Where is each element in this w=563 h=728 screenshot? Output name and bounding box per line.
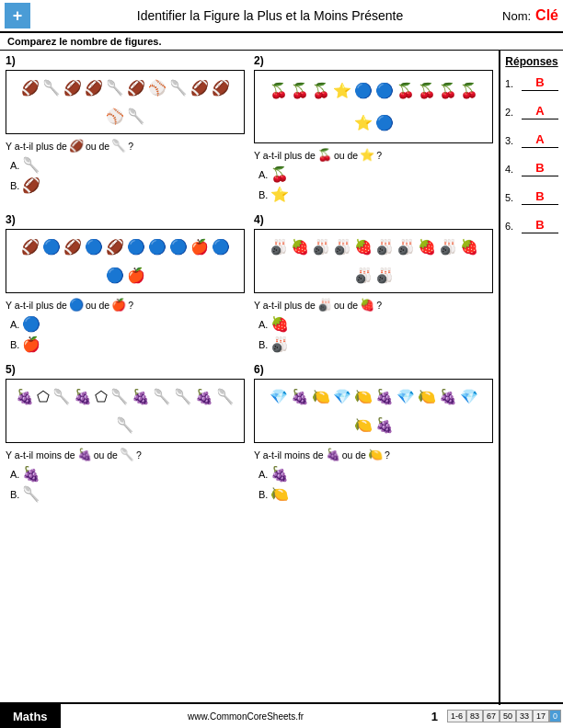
q6-choice-a: A. 🍇 — [259, 465, 493, 483]
question-5: 5) 🍇 ⬠ 🥄 🍇 ⬠ 🥄 🍇 🥄 🥄 🍇 🥄 🥄 — [6, 363, 245, 506]
q6-question-text: Y a-t-il moins de 🍇 ou de 🍋 ? — [254, 448, 493, 461]
q4-icon: 🍓 — [460, 238, 478, 256]
q2-icon: 🍒 — [418, 82, 436, 99]
answers-title: Réponses — [505, 55, 557, 68]
q6-number: 6) — [254, 363, 493, 376]
q5-icon: 🥄 — [110, 388, 129, 405]
q6-a-label: A. — [259, 469, 268, 480]
q2-choice-a: A. 🍒 — [259, 165, 493, 183]
q4-icon: 🍓 — [354, 238, 373, 256]
q1-icon: 🏈 — [63, 79, 82, 97]
q3-image-box: 🏈 🔵 🏈 🔵 🏈 🔵 🔵 🔵 🍎 🔵 🔵 🍎 — [6, 229, 245, 293]
q6-icon: 💎 — [333, 388, 351, 405]
q3-a-label: A. — [10, 319, 19, 330]
q5-q-icon2: 🥄 — [120, 448, 134, 461]
q4-b-label: B. — [259, 339, 268, 350]
q5-icon: ⬠ — [95, 388, 108, 405]
answer-num-3: 3. — [505, 135, 518, 146]
q1-icon: 🏈 — [127, 79, 145, 97]
answer-item-4: 4. B — [505, 161, 558, 176]
q6-icon: 💎 — [270, 388, 288, 405]
q5-icon: ⬠ — [37, 388, 50, 405]
q3-icon: 🔵 — [169, 238, 188, 256]
q2-b-icon: ⭐ — [270, 186, 289, 203]
q2-question-text: Y a-t-il plus de 🍒 ou de ⭐ ? — [254, 148, 493, 162]
question-4: 4) 🎳 🍓 🎳 🎳 🍓 🎳 🎳 🍓 🎳 🍓 🎳 🎳 — [254, 213, 493, 356]
q3-icon: 🔵 — [85, 238, 103, 256]
q2-icon: ⭐ — [354, 114, 373, 131]
q3-icon: 🍎 — [190, 238, 209, 256]
q2-b-label: B. — [259, 189, 268, 200]
q1-a-label: A. — [10, 160, 19, 171]
q2-icon: 🔵 — [354, 82, 373, 99]
q2-q-part1: Y a-t-il plus de — [254, 150, 316, 161]
q2-icon: 🔵 — [375, 114, 394, 131]
q3-q-icon2: 🍎 — [111, 298, 126, 312]
answer-num-6: 6. — [505, 221, 518, 232]
q1-icon: 🏈 — [21, 79, 40, 97]
q4-question-text: Y a-t-il plus de 🎳 ou de 🍓 ? — [254, 298, 493, 312]
q6-q-icon2: 🍋 — [368, 448, 383, 461]
answer-val-2: A — [522, 104, 558, 119]
answer-num-5: 5. — [505, 192, 518, 203]
answer-num-4: 4. — [505, 164, 518, 175]
questions-area: 1) 🏈 🥄 🏈 🏈 🥄 🏈 ⚾ 🥄 🏈 🏈 ⚾ 🥄 — [0, 51, 499, 705]
q2-icon: 🔵 — [375, 82, 394, 99]
q3-icon: 🔵 — [148, 238, 167, 256]
q4-q-connector: ou de — [334, 300, 358, 311]
q5-q-connector: ou de — [94, 449, 118, 461]
q2-icon: 🍒 — [312, 82, 330, 99]
q3-choice-a: A. 🔵 — [10, 315, 245, 333]
q5-icon: 🍇 — [132, 388, 150, 405]
q3-q-part1: Y a-t-il plus de — [6, 300, 67, 311]
q2-icon: 🍒 — [291, 82, 309, 99]
q3-question-text: Y a-t-il plus de 🔵 ou de 🍎 ? — [6, 298, 245, 312]
q5-choice-a: A. 🍇 — [10, 465, 245, 483]
answer-num-1: 1. — [505, 78, 518, 89]
q6-b-label: B. — [259, 489, 268, 500]
q6-q-suffix: ? — [385, 449, 390, 461]
q2-q-icon1: 🍒 — [317, 148, 332, 162]
footer-website: www.CommonCoreSheets.fr — [61, 711, 431, 722]
q4-q-suffix: ? — [376, 300, 382, 311]
q1-question-text: Y a-t-il plus de 🏈 ou de 🥄 ? — [6, 139, 245, 153]
q1-image-box: 🏈 🥄 🏈 🏈 🥄 🏈 ⚾ 🥄 🏈 🏈 ⚾ 🥄 — [6, 70, 245, 134]
q5-question-text: Y a-t-il moins de 🍇 ou de 🥄 ? — [6, 448, 245, 461]
footer-codes: 1-6 83 67 50 33 17 0 — [447, 710, 561, 722]
answer-val-3: A — [522, 132, 558, 148]
q6-q-icon1: 🍇 — [326, 448, 340, 461]
q6-b-icon: 🍋 — [270, 485, 289, 503]
q3-icon: 🏈 — [21, 238, 40, 256]
q1-q-icon2: 🥄 — [111, 139, 126, 153]
q5-b-icon: 🥄 — [22, 485, 40, 503]
plus-icon: + — [5, 3, 30, 28]
q4-a-icon: 🍓 — [270, 315, 289, 333]
q6-q-connector: ou de — [342, 449, 366, 461]
q1-icon: 🏈 — [212, 79, 230, 97]
q2-a-icon: 🍒 — [270, 165, 289, 183]
instructions-text: Comparez le nombre de figures. — [0, 33, 563, 51]
q4-icon: 🎳 — [439, 238, 457, 256]
q1-a-icon: 🥄 — [22, 156, 40, 174]
answer-val-1: B — [522, 75, 558, 91]
q1-b-label: B. — [10, 180, 19, 191]
q3-a-icon: 🔵 — [22, 315, 40, 333]
q2-icon: ⭐ — [333, 82, 351, 99]
question-2: 2) 🍒 🍒 🍒 ⭐ 🔵 🔵 🍒 🍒 🍒 🍒 ⭐ 🔵 — [254, 54, 493, 206]
answer-item-2: 2. A — [505, 104, 558, 119]
q1-icon: ⚾ — [148, 79, 167, 97]
question-6: 6) 💎 🍇 🍋 💎 🍋 🍇 💎 🍋 🍇 💎 🍋 🍇 — [254, 363, 493, 506]
q3-icon: 🏈 — [63, 238, 82, 256]
q4-icon: 🍓 — [291, 238, 309, 256]
q6-icon: 🍇 — [291, 388, 309, 405]
q3-icon: 🔵 — [212, 238, 230, 256]
q3-icon: 🔵 — [106, 267, 124, 284]
q6-image-box: 💎 🍇 🍋 💎 🍋 🍇 💎 🍋 🍇 💎 🍋 🍇 — [254, 379, 493, 443]
nom-label: Nom: — [502, 9, 531, 23]
answer-item-5: 5. B — [505, 189, 558, 205]
q6-icon: 🍋 — [354, 416, 373, 434]
cle-label: Clé — [535, 7, 558, 24]
answers-sidebar: Réponses 1. B 2. A 3. A 4. B 5. B 6. B — [499, 51, 563, 705]
q4-a-label: A. — [259, 319, 268, 330]
q4-icon: 🎳 — [270, 238, 288, 256]
